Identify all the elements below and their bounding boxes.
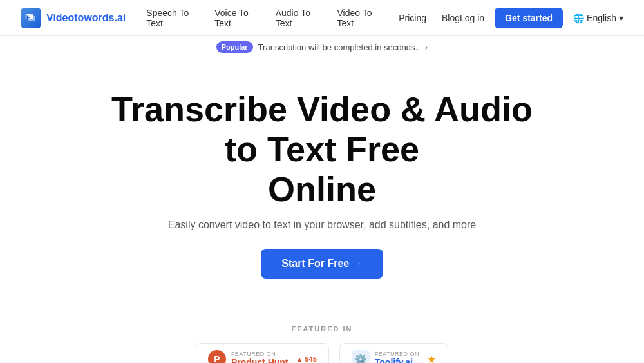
toolify-small-label: FEATURED ON <box>375 351 419 357</box>
language-label: English <box>587 13 616 23</box>
svg-rect-1 <box>28 15 35 21</box>
globe-icon: 🌐 <box>573 13 584 23</box>
featured-label: FEATURED IN <box>0 325 644 333</box>
popular-badge: Popular <box>216 41 253 53</box>
product-hunt-small-label: FEATURED ON <box>231 351 276 357</box>
nav-video-to-text[interactable]: Video To Text <box>337 8 384 28</box>
banner: Popular Transcription will be completed … <box>0 36 644 58</box>
nav-voice-to-text[interactable]: Voice To Text <box>214 8 260 28</box>
nav-right: Log in Get started 🌐 English ▾ <box>460 8 623 28</box>
banner-text: Transcription will be completed in secon… <box>258 43 420 52</box>
toolify-icon: ⚙️ <box>352 350 370 363</box>
upvote-count: 545 <box>305 355 316 363</box>
banner-arrow-icon: › <box>425 42 428 52</box>
hero-subtitle: Easily convert video to text in your bro… <box>21 219 623 231</box>
login-link[interactable]: Log in <box>460 13 484 23</box>
toolify-name: Toolify.ai <box>375 357 413 363</box>
start-for-free-button[interactable]: Start For Free → <box>261 249 383 279</box>
chevron-down-icon: ▾ <box>619 13 623 23</box>
logo-icon <box>21 8 41 28</box>
logo-text: Videotowords.ai <box>46 12 126 24</box>
product-hunt-content: FEATURED ON Product Hunt <box>231 351 289 363</box>
upvote-icon: ▲ <box>296 355 303 363</box>
hero-title: Transcribe Video & Audio to Text FreeOnl… <box>97 89 547 209</box>
toolify-badge[interactable]: ⚙️ FEATURED ON Toolify.ai ★ <box>339 343 448 363</box>
toolify-content: FEATURED ON Toolify.ai <box>375 351 419 363</box>
get-started-button[interactable]: Get started <box>495 8 563 28</box>
language-selector[interactable]: 🌐 English ▾ <box>573 13 623 23</box>
navbar: Videotowords.ai Speech To Text Voice To … <box>0 0 644 36</box>
nav-speech-to-text[interactable]: Speech To Text <box>146 8 199 28</box>
nav-links: Speech To Text Voice To Text Audio To Te… <box>146 8 460 28</box>
product-hunt-name: Product Hunt <box>231 357 289 363</box>
nav-pricing[interactable]: Pricing <box>399 13 426 23</box>
product-hunt-icon: P <box>208 350 226 363</box>
product-hunt-badge[interactable]: P FEATURED ON Product Hunt ▲ 545 <box>196 343 329 363</box>
nav-blog[interactable]: Blog <box>442 13 460 23</box>
featured-section: FEATURED IN P FEATURED ON Product Hunt ▲… <box>0 304 644 363</box>
toolify-star-icon: ★ <box>427 353 436 363</box>
featured-badges: P FEATURED ON Product Hunt ▲ 545 ⚙️ FEAT… <box>0 343 644 363</box>
hero-section: Transcribe Video & Audio to Text FreeOnl… <box>0 58 644 304</box>
product-hunt-count: ▲ 545 <box>296 355 317 363</box>
logo-link[interactable]: Videotowords.ai <box>21 8 126 28</box>
nav-audio-to-text[interactable]: Audio To Text <box>276 8 322 28</box>
